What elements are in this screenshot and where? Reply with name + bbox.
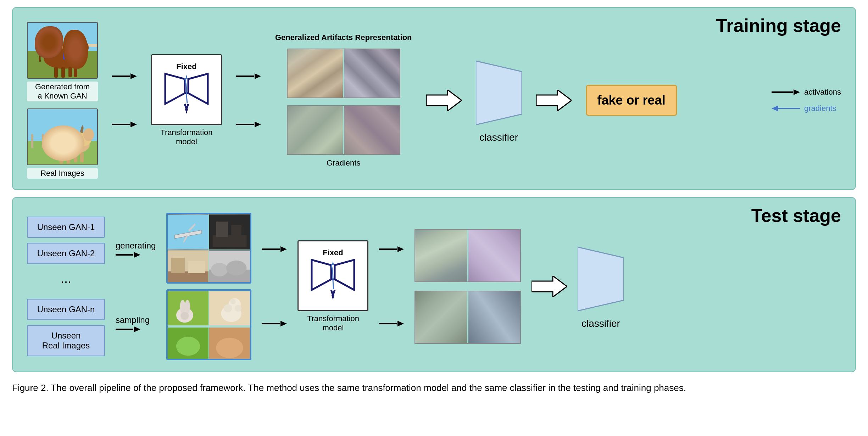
caption: Figure 2. The overall pipeline of the pr… [12,381,792,396]
sampling-label: sampling [116,315,150,325]
svg-marker-32 [476,61,522,125]
svg-rect-34 [168,215,208,249]
gan-box-n: Unseen GAN-n [27,299,105,320]
transform-box: Fixed [151,54,222,146]
svg-point-20 [83,128,94,141]
classifier-label-training: classifier [479,132,518,143]
gradients-title: Generalized Artifacts Representation [275,33,412,42]
svg-rect-23 [74,152,77,162]
photo-cell-poodle [209,291,250,326]
arrow-grid-bot-to-transform [262,321,287,326]
gradient-half-1b [344,49,400,97]
test-title: Test stage [751,205,841,226]
tg-1b [468,230,520,281]
svg-marker-29 [185,109,188,114]
fake-image-svg [28,23,98,79]
poodle-svg [209,291,250,326]
svg-rect-8 [54,67,58,78]
gray-svg [209,250,250,284]
svg-rect-4 [81,40,84,51]
gan-box-real: UnseenReal Images [27,325,105,356]
arrow-generating [116,252,140,258]
transform-diagram: Fixed [151,54,222,125]
classifier-svg-test [578,244,624,314]
result-arrow-svg [536,90,572,111]
classifier-col-training: classifier [476,57,522,143]
training-stage: Training stage [12,7,856,190]
input-images-col: Generated froma Known GAN [27,22,98,179]
svg-marker-30 [185,75,188,79]
photo-grid-top [166,213,251,284]
svg-point-55 [224,304,232,312]
big-arrow-wrapper [426,90,462,111]
svg-rect-38 [232,225,242,237]
svg-rect-21 [60,153,63,164]
dark-svg [209,214,250,250]
svg-point-6 [68,46,86,60]
gradient-panel-2 [287,105,400,155]
photo-cell-plane [168,214,208,250]
transform-label-test: Transformationmodel [307,314,359,332]
result-arrow-wrapper [536,90,572,111]
rabbit-svg [168,291,208,326]
svg-line-65 [333,290,335,295]
transform-arrows [236,73,261,127]
gan-col: Unseen GAN-1 Unseen GAN-2 ··· Unseen GAN… [27,217,105,356]
training-content: Generated froma Known GAN [27,22,841,179]
gradient-panel-1 [287,49,400,98]
svg-point-56 [235,305,241,312]
green1-svg [168,327,208,360]
arrow-to-tgrad1 [379,246,404,252]
test-gradient-panel-1 [414,229,521,282]
svg-rect-42 [188,261,205,273]
svg-rect-16 [31,134,33,148]
photo-cell-dark [209,214,250,250]
transform-funnel-svg-test: Fixed [305,247,361,304]
gradient-half-2b [344,106,400,154]
real-image [27,108,98,165]
svg-marker-66 [332,295,334,300]
svg-point-7 [79,41,89,54]
generating-wrapper: generating [116,241,156,258]
training-title: Training stage [716,15,841,36]
svg-rect-13 [63,52,70,60]
legend-arrow-blue [772,106,800,111]
svg-point-12 [62,43,71,52]
gan-box-2: Unseen GAN-2 [27,243,105,264]
tg-1a [415,230,467,281]
test-content: Unseen GAN-1 Unseen GAN-2 ··· Unseen GAN… [27,212,841,361]
svg-marker-31 [426,90,462,111]
svg-point-45 [211,263,228,276]
test-gradient-panel-2 [414,291,521,344]
photo-cell-tan [209,327,250,360]
gan-box-1: Unseen GAN-1 [27,217,105,238]
transform-diagram-test: Fixed [297,240,368,311]
legend-gradients-label: gradients [804,104,836,113]
svg-rect-22 [67,153,70,164]
svg-rect-41 [171,258,185,273]
svg-point-59 [176,337,200,356]
photo-cell-room [168,250,208,284]
legend-activations-label: activations [804,88,841,97]
svg-rect-9 [61,67,65,78]
svg-marker-67 [332,261,334,265]
arrow-grid-top-to-transform [262,246,287,252]
svg-text:Fixed: Fixed [176,62,196,71]
photo-cell-rabbit [168,291,208,326]
real-image-label: Real Images [27,168,98,179]
generating-label: generating [116,241,156,251]
transform-label: Transformationmodel [160,128,212,146]
gan-dots: ··· [27,269,105,294]
legend-activations: activations [772,88,841,97]
gradient-half-2a [288,106,343,154]
real-image-box: Real Images [27,108,98,179]
sampling-wrapper: sampling [116,315,156,332]
svg-rect-17 [42,134,44,148]
room-svg [168,250,208,284]
svg-marker-68 [532,276,567,297]
svg-point-49 [180,300,185,313]
input-arrows [112,73,137,127]
fake-image-box: Generated froma Known GAN [27,22,98,101]
photo-cell-green1 [168,327,208,360]
legend: activations gradients [772,88,841,113]
